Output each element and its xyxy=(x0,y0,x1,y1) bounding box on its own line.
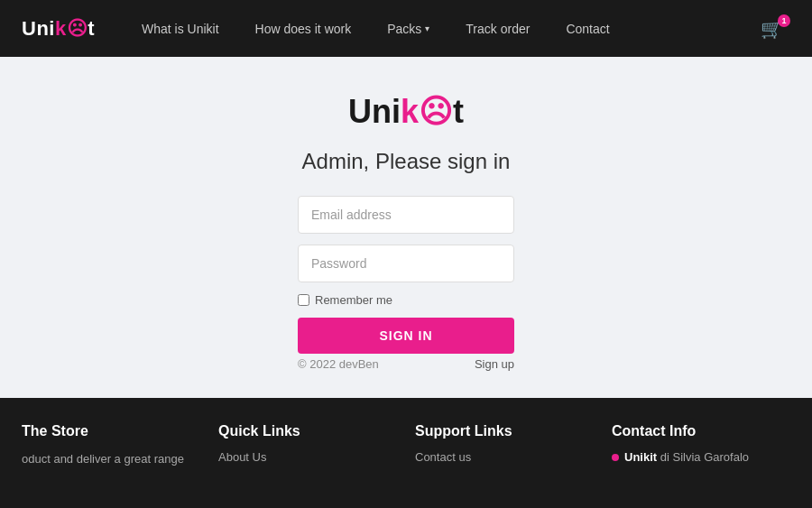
main-content: Unik☹t Admin, Please sign in Remember me… xyxy=(0,57,812,398)
sign-in-button[interactable]: SIGN IN xyxy=(298,318,514,354)
nav-links: What is Unikit How does it work Packs ▾ … xyxy=(124,0,753,57)
footer-support-links-title: Support Links xyxy=(415,423,594,439)
sign-in-form: Remember me SIGN IN xyxy=(298,196,514,354)
footer-support-links: Support Links Contact us xyxy=(415,423,594,499)
footer-contact-item: Unikit di Silvia Garofalo xyxy=(612,450,790,464)
nav-how-does-it-work[interactable]: How does it work xyxy=(237,0,370,57)
sign-up-link[interactable]: Sign up xyxy=(475,357,514,371)
password-field[interactable] xyxy=(298,245,514,282)
navbar: Unik☹t What is Unikit How does it work P… xyxy=(0,0,812,57)
sign-in-heading: Admin, Please sign in xyxy=(302,149,511,174)
footer-contact-info: Contact Info Unikit di Silvia Garofalo xyxy=(612,423,790,499)
remember-me-label: Remember me xyxy=(298,293,514,307)
footer-store-text: oduct and deliver a great range xyxy=(22,450,200,468)
footer-store: The Store oduct and deliver a great rang… xyxy=(22,423,200,499)
chevron-down-icon: ▾ xyxy=(425,23,429,33)
footer: The Store oduct and deliver a great rang… xyxy=(0,398,812,508)
footer-store-title: The Store xyxy=(22,423,200,439)
footer-about-us-link[interactable]: About Us xyxy=(218,450,397,464)
brand-text: Unik☹t xyxy=(22,17,95,41)
cart-badge: 1 xyxy=(778,14,790,27)
remember-me-checkbox[interactable] xyxy=(298,294,309,306)
email-field[interactable] xyxy=(298,196,514,234)
contact-dot-icon xyxy=(612,454,619,461)
main-logo: Unik☹t xyxy=(348,93,464,131)
footer-quick-links: Quick Links About Us xyxy=(218,423,397,499)
brand-logo[interactable]: Unik☹t xyxy=(22,17,95,41)
nav-what-is-unikit[interactable]: What is Unikit xyxy=(124,0,237,57)
copyright-text: © 2022 devBen xyxy=(298,357,379,371)
nav-packs[interactable]: Packs ▾ xyxy=(369,0,448,57)
nav-track-order[interactable]: Track order xyxy=(448,0,548,57)
nav-contact[interactable]: Contact xyxy=(548,0,627,57)
footer-contact-us-link[interactable]: Contact us xyxy=(415,450,594,464)
cart-button[interactable]: 🛒 1 xyxy=(753,18,790,40)
footer-contact-info-title: Contact Info xyxy=(612,423,790,439)
form-footer: © 2022 devBen Sign up xyxy=(298,357,514,371)
footer-quick-links-title: Quick Links xyxy=(218,423,397,439)
